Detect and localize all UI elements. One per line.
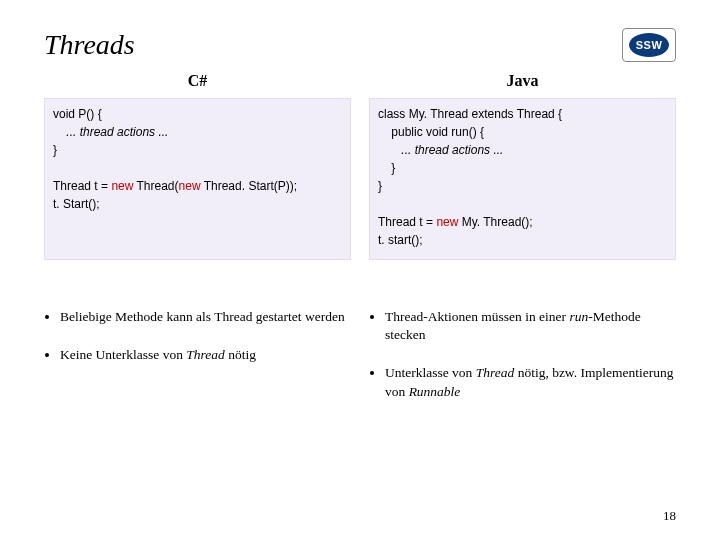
code-line: void P() { (53, 107, 102, 121)
csharp-code-box: void P() { ... thread actions ... } Thre… (44, 98, 351, 260)
keyword-new: new (179, 179, 204, 193)
right-heading: Java (369, 72, 676, 90)
bullet-item: Keine Unterklasse von Thread nötig (60, 346, 351, 364)
bullet-text: nötig (225, 347, 256, 362)
bullet-text: Unterklasse von (385, 365, 476, 380)
code-line: t. Start(); (53, 197, 100, 211)
ssw-logo-text: SSW (629, 33, 669, 57)
code-line: Thread t = (378, 215, 436, 229)
code-line: } (378, 179, 382, 193)
bullet-item: Beliebige Methode kann als Thread gestar… (60, 308, 351, 326)
code-line: Thread t = (53, 179, 111, 193)
code-line: Thread. Start(P)); (204, 179, 297, 193)
right-bullets: Thread-Aktionen müssen in einer run-Meth… (369, 308, 676, 401)
bullet-item: Unterklasse von Thread nötig, bzw. Imple… (385, 364, 676, 400)
two-column-layout: C# void P() { ... thread actions ... } T… (44, 66, 676, 421)
code-line: public void run() { (378, 125, 484, 139)
page-number: 18 (663, 508, 676, 524)
bullet-italic: Thread (186, 347, 225, 362)
slide-title: Threads (44, 29, 135, 61)
code-line: My. Thread(); (462, 215, 533, 229)
bullet-text: Thread-Aktionen müssen in einer (385, 309, 569, 324)
code-line: } (378, 161, 395, 175)
left-heading: C# (44, 72, 351, 90)
right-column: Java class My. Thread extends Thread { p… (369, 66, 676, 421)
code-line: ... thread actions ... (378, 143, 503, 157)
bullet-italic: run (569, 309, 588, 324)
bullet-text: Beliebige Methode kann als Thread gestar… (60, 309, 345, 324)
bullet-text: Keine Unterklasse von (60, 347, 186, 362)
slide-header: Threads SSW (44, 28, 676, 62)
bullet-item: Thread-Aktionen müssen in einer run-Meth… (385, 308, 676, 344)
code-line: class My. Thread extends Thread { (378, 107, 562, 121)
keyword-new: new (111, 179, 136, 193)
bullet-italic: Runnable (409, 384, 461, 399)
keyword-new: new (436, 215, 461, 229)
code-line: } (53, 143, 57, 157)
code-line: t. start(); (378, 233, 423, 247)
java-code-box: class My. Thread extends Thread { public… (369, 98, 676, 260)
left-bullets: Beliebige Methode kann als Thread gestar… (44, 308, 351, 364)
ssw-logo: SSW (622, 28, 676, 62)
code-line: ... thread actions ... (53, 125, 168, 139)
bullet-italic: Thread (476, 365, 515, 380)
code-line: Thread( (137, 179, 179, 193)
left-column: C# void P() { ... thread actions ... } T… (44, 66, 351, 421)
